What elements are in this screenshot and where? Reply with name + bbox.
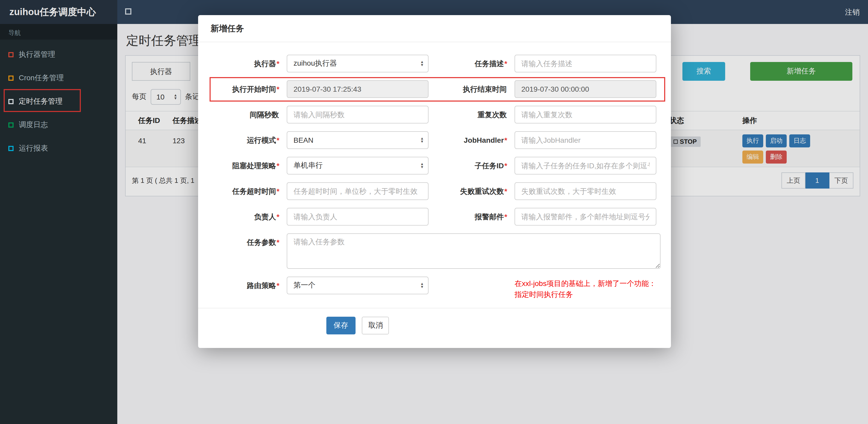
route-strategy-select[interactable]: 第一个 ▲▼ (287, 276, 429, 294)
run-mode-label: 运行模式* (214, 131, 287, 149)
jobhandler-input[interactable] (515, 131, 656, 149)
interval-label: 间隔秒数 (214, 106, 287, 124)
start-time-input[interactable] (287, 80, 429, 98)
route-strategy-label: 路由策略* (214, 276, 287, 294)
form-row-job-params: 任务参数* (214, 233, 660, 269)
retry-count-label: 失败重试次数* (429, 182, 515, 200)
cancel-button[interactable]: 取消 (362, 317, 389, 334)
route-strategy-select-value: 第一个 (293, 281, 315, 290)
modal-footer: 保存 取消 (198, 308, 671, 348)
job-desc-input[interactable] (515, 55, 656, 72)
select-arrows-icon: ▲▼ (420, 163, 424, 169)
modal-body: 执行器* zuihou执行器 ▲▼ 任务描述* 执行开始时间* 执行结束时间 间… (198, 42, 671, 300)
alarm-email-label: 报警邮件* (429, 208, 515, 226)
select-arrows-icon: ▲▼ (420, 282, 424, 289)
form-row-block-strategy: 阻塞处理策略* 单机串行 ▲▼ 子任务ID* (214, 157, 660, 174)
form-row-interval: 间隔秒数 重复次数 (214, 106, 660, 124)
block-strategy-label: 阻塞处理策略* (214, 157, 287, 174)
form-row-owner: 负责人* 报警邮件* (214, 208, 660, 226)
save-button[interactable]: 保存 (327, 317, 355, 334)
form-row-exec-time: 执行开始时间* 执行结束时间 (214, 80, 660, 98)
interval-input[interactable] (287, 106, 429, 124)
feature-note-line: 指定时间执行任务 (515, 289, 660, 300)
form-row-timeout: 任务超时时间* 失败重试次数* (214, 182, 660, 200)
app-root: zuihou任务调度中心 注销 导航 执行器管理 Cron任务管理 定时任务管理 (0, 0, 868, 424)
owner-input[interactable] (287, 208, 429, 226)
job-params-label: 任务参数* (214, 233, 287, 251)
run-mode-select-value: BEAN (293, 136, 313, 144)
end-time-label: 执行结束时间 (429, 80, 515, 98)
feature-note-line: 在xxl-jobs项目的基础上，新增了一个功能： (515, 278, 660, 289)
block-strategy-select-value: 单机串行 (293, 161, 323, 170)
select-arrows-icon: ▲▼ (420, 137, 424, 143)
modal-title: 新增任务 (211, 24, 244, 33)
repeat-count-label: 重复次数 (429, 106, 515, 124)
job-params-textarea[interactable] (287, 233, 660, 269)
block-strategy-select[interactable]: 单机串行 ▲▼ (287, 157, 429, 174)
timeout-input[interactable] (287, 182, 429, 200)
retry-count-input[interactable] (515, 182, 656, 200)
child-job-input[interactable] (515, 157, 656, 174)
feature-note: 在xxl-jobs项目的基础上，新增了一个功能： 指定时间执行任务 (515, 276, 660, 300)
add-job-modal: 新增任务 执行器* zuihou执行器 ▲▼ 任务描述* 执行开始时间* 执行结… (198, 15, 671, 348)
run-mode-select[interactable]: BEAN ▲▼ (287, 131, 429, 149)
form-row-run-mode: 运行模式* BEAN ▲▼ JobHandler* (214, 131, 660, 149)
executor-label: 执行器* (214, 55, 287, 72)
end-time-input[interactable] (515, 80, 656, 98)
jobhandler-label: JobHandler* (429, 131, 515, 149)
alarm-email-input[interactable] (515, 208, 656, 226)
form-row-executor: 执行器* zuihou执行器 ▲▼ 任务描述* (214, 55, 660, 72)
job-desc-label: 任务描述* (429, 55, 515, 72)
executor-select[interactable]: zuihou执行器 ▲▼ (287, 55, 429, 72)
select-arrows-icon: ▲▼ (420, 60, 424, 67)
executor-select-value: zuihou执行器 (293, 59, 337, 68)
child-job-label: 子任务ID* (429, 157, 515, 174)
modal-header: 新增任务 (198, 15, 671, 42)
owner-label: 负责人* (214, 208, 287, 226)
repeat-count-input[interactable] (515, 106, 656, 124)
form-row-route-strategy: 路由策略* 第一个 ▲▼ 在xxl-jobs项目的基础上，新增了一个功能： 指定… (214, 276, 660, 300)
start-time-label: 执行开始时间* (214, 80, 287, 98)
timeout-label: 任务超时时间* (214, 182, 287, 200)
